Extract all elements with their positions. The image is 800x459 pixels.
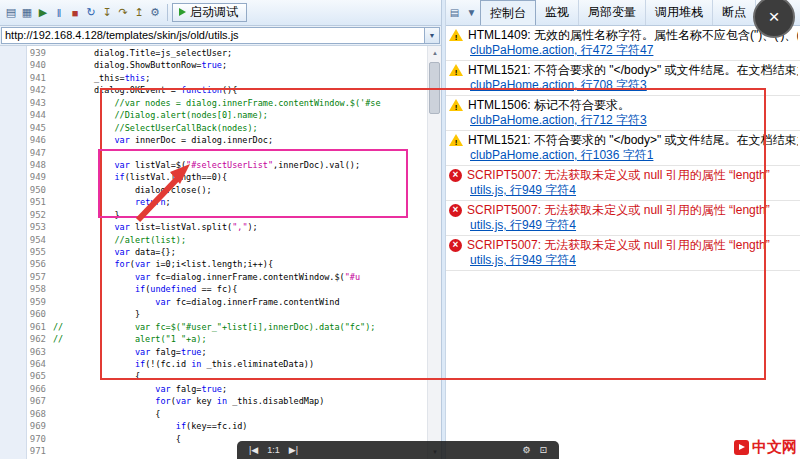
line-number[interactable]: 968 xyxy=(27,408,53,420)
code-text: if(key==fc.id) xyxy=(53,420,248,432)
line-number[interactable]: 939 xyxy=(27,47,53,59)
clear-console-icon[interactable]: ▤ xyxy=(446,7,463,18)
code-line: 958 if(undefined == fc){ xyxy=(27,283,427,295)
console-tab-icons: ▤▼ xyxy=(446,0,480,25)
step-into-icon[interactable]: ↧ xyxy=(99,3,115,23)
console-source-link[interactable]: clubPaHome.action, 行712 字符3 xyxy=(470,113,647,127)
console-entry: SCRIPT5007: 无法获取未定义或 null 引用的属性 “length”… xyxy=(446,236,800,271)
code-text: if(undefined == fc){ xyxy=(53,283,237,295)
line-number[interactable]: 953 xyxy=(27,221,53,233)
line-number[interactable]: 963 xyxy=(27,346,53,358)
code-line: 939 dialog.Title=js_selectUser; xyxy=(27,47,427,59)
player-bar: |◀1:1▶| ⚙⊡ xyxy=(237,441,559,459)
line-number[interactable]: 952 xyxy=(27,209,53,221)
code-text: var list=listVal.split(","); xyxy=(53,221,258,233)
console-entry: SCRIPT5007: 无法获取未定义或 null 引用的属性 “length”… xyxy=(446,201,800,236)
line-number[interactable]: 951 xyxy=(27,196,53,208)
line-number[interactable]: 962 xyxy=(27,333,53,345)
vertical-scrollbar[interactable]: ▲ ▼ xyxy=(427,46,441,459)
continue-icon[interactable]: ▶ xyxy=(35,3,51,23)
scroll-thumb[interactable] xyxy=(429,62,440,114)
line-number[interactable]: 967 xyxy=(27,395,53,407)
line-number[interactable]: 946 xyxy=(27,134,53,146)
line-number[interactable]: 958 xyxy=(27,283,53,295)
line-number[interactable]: 965 xyxy=(27,370,53,382)
line-number[interactable]: 959 xyxy=(27,296,53,308)
line-number[interactable]: 940 xyxy=(27,59,53,71)
step-over-icon[interactable]: ↷ xyxy=(115,3,131,23)
open-file-icon[interactable]: ▤ xyxy=(3,3,19,23)
line-number[interactable]: 947 xyxy=(27,147,53,159)
console-source-link[interactable]: clubPaHome.action, 行472 字符47 xyxy=(470,43,653,57)
warning-icon xyxy=(449,134,463,146)
line-number[interactable]: 942 xyxy=(27,84,53,96)
console-message: HTML1521: 不符合要求的 "</body>" 或文件结尾。在文档结束之前… xyxy=(468,63,798,77)
code-line: 957 var fc=dialog.innerFrame.contentWind… xyxy=(27,271,427,283)
line-number[interactable]: 964 xyxy=(27,358,53,370)
line-number[interactable]: 941 xyxy=(27,72,53,84)
tab-调用堆栈[interactable]: 调用堆栈 xyxy=(646,0,713,25)
console-source-link[interactable]: utils.js, 行949 字符4 xyxy=(470,253,576,267)
console-entry: HTML1506: 标记不符合要求。clubPaHome.action, 行71… xyxy=(446,96,800,131)
console-panel: ▤▼ 控制台监视局部变量调用堆栈断点 HTML1409: 无效的属性名称字符。属… xyxy=(446,0,800,459)
code-line: 969 if(key==fc.id) xyxy=(27,420,427,432)
tab-断点[interactable]: 断点 xyxy=(713,0,756,25)
tab-监视[interactable]: 监视 xyxy=(536,0,579,25)
line-number[interactable]: 969 xyxy=(27,420,53,432)
code-line: 951 return; xyxy=(27,196,427,208)
start-debug-button[interactable]: 启动调试 xyxy=(172,3,247,22)
line-number[interactable]: 948 xyxy=(27,159,53,171)
settings-icon[interactable]: ⚙ xyxy=(522,445,530,455)
code-text: for(var key in _this.disabledMap) xyxy=(53,395,324,407)
disconnect-debugger-icon[interactable]: ▦ xyxy=(19,3,35,23)
fullscreen-icon[interactable]: ⊡ xyxy=(539,445,547,455)
zoom-ratio-label[interactable]: 1:1 xyxy=(267,445,280,455)
code-line: 964 if(!(fc.id in _this.eliminateData)) xyxy=(27,358,427,370)
error-icon xyxy=(449,169,462,182)
code-line: 946 var innerDoc = dialog.innerDoc; xyxy=(27,134,427,146)
line-number[interactable]: 949 xyxy=(27,171,53,183)
line-number[interactable]: 954 xyxy=(27,234,53,246)
site-watermark: 中文网 xyxy=(734,438,797,457)
line-number[interactable]: 945 xyxy=(27,122,53,134)
tab-控制台[interactable]: 控制台 xyxy=(480,0,536,25)
line-number[interactable]: 971 xyxy=(27,445,53,457)
line-number[interactable]: 944 xyxy=(27,109,53,121)
line-number[interactable]: 960 xyxy=(27,308,53,320)
line-number[interactable]: 961 xyxy=(27,321,53,333)
url-dropdown-button[interactable]: ▼ xyxy=(425,27,440,44)
line-number[interactable]: 955 xyxy=(27,246,53,258)
scroll-up-icon[interactable]: ▲ xyxy=(428,46,442,60)
console-source-link[interactable]: clubPaHome.action, 行708 字符3 xyxy=(470,78,647,92)
step-out-icon[interactable]: ↥ xyxy=(131,3,147,23)
error-icon xyxy=(449,239,462,252)
tab-局部变量[interactable]: 局部变量 xyxy=(579,0,646,25)
console-source-link[interactable]: utils.js, 行949 字符4 xyxy=(470,218,576,232)
console-message: SCRIPT5007: 无法获取未定义或 null 引用的属性 “length” xyxy=(467,203,770,217)
line-number[interactable]: 943 xyxy=(27,97,53,109)
code-line: 966 var falg=true; xyxy=(27,383,427,395)
line-number[interactable]: 957 xyxy=(27,271,53,283)
breakpoint-gutter[interactable] xyxy=(0,46,27,459)
tools-icon[interactable]: ⚙ xyxy=(147,3,163,23)
pause-icon[interactable]: ‖ xyxy=(51,3,67,23)
refresh-icon[interactable]: ↻ xyxy=(83,3,99,23)
code-line: 953 var list=listVal.split(","); xyxy=(27,221,427,233)
watermark-text: 中文网 xyxy=(752,438,797,457)
line-number[interactable]: 950 xyxy=(27,184,53,196)
code-text: return; xyxy=(53,196,171,208)
warning-icon xyxy=(449,99,463,111)
filter-messages-icon[interactable]: ▼ xyxy=(463,7,480,18)
code-text: dialog.close(); xyxy=(53,184,212,196)
console-source-link[interactable]: utils.js, 行949 字符4 xyxy=(470,183,576,197)
url-input[interactable]: http://192.168.4.128/templates/skin/js/o… xyxy=(1,27,425,44)
step-forward-icon[interactable]: ▶| xyxy=(289,445,298,455)
console-tabbar: ▤▼ 控制台监视局部变量调用堆栈断点 xyxy=(446,0,800,26)
stop-icon[interactable]: ■ xyxy=(67,3,83,23)
console-source-link[interactable]: clubPaHome.action, 行1036 字符1 xyxy=(470,148,653,162)
line-number[interactable]: 966 xyxy=(27,383,53,395)
line-number[interactable]: 970 xyxy=(27,433,53,445)
debugger-window: ▤▦▶‖■↻↧↷↥⚙ 启动调试 http://192.168.4.128/tem… xyxy=(0,0,800,459)
line-number[interactable]: 956 xyxy=(27,258,53,270)
step-back-icon[interactable]: |◀ xyxy=(249,445,258,455)
